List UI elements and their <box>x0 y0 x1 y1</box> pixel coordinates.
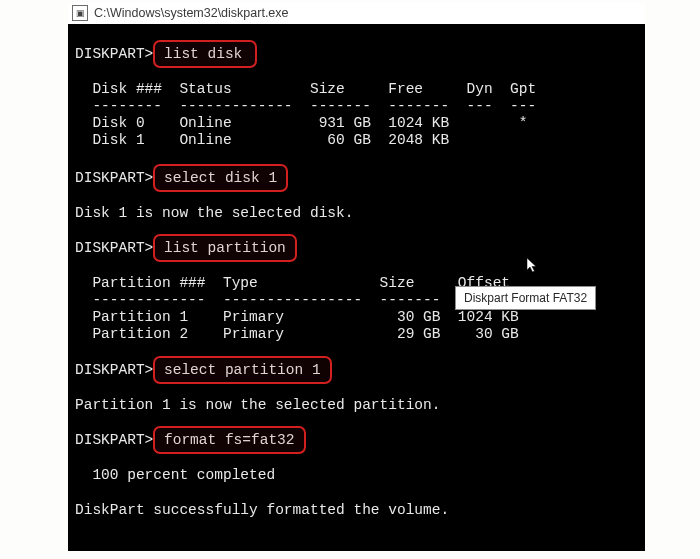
disk-header: Disk ### Status Size Free Dyn Gpt <box>75 81 536 98</box>
part-row-2: Partition 2 Primary 29 GB 30 GB <box>75 326 519 343</box>
success-message: DiskPart successfully formatted the volu… <box>75 502 449 519</box>
part-row-1: Partition 1 Primary 30 GB 1024 KB <box>75 309 519 326</box>
prompt: DISKPART> <box>75 240 153 257</box>
disk-divider: -------- ------------- ------- ------- -… <box>75 98 536 115</box>
progress-text: 100 percent completed <box>75 467 275 484</box>
image-tooltip: Diskpart Format FAT32 <box>455 286 596 310</box>
terminal-output[interactable]: DISKPART> list disk Disk ### Status Size… <box>68 24 645 551</box>
highlight-box <box>153 234 297 262</box>
window-titlebar: ▣ C:\Windows\system32\diskpart.exe <box>68 2 645 24</box>
highlight-box <box>153 40 257 68</box>
part-divider: ------------- ---------------- ------- -… <box>75 292 519 309</box>
app-icon: ▣ <box>72 5 88 21</box>
prompt: DISKPART> <box>75 432 153 449</box>
highlight-box <box>153 164 288 192</box>
disk-row-1: Disk 1 Online 60 GB 2048 KB <box>75 132 449 149</box>
msg-selected-disk: Disk 1 is now the selected disk. <box>75 205 353 222</box>
prompt: DISKPART> <box>75 362 153 379</box>
highlight-box <box>153 356 332 384</box>
mouse-cursor-icon <box>527 258 539 274</box>
window-title: C:\Windows\system32\diskpart.exe <box>94 6 289 20</box>
prompt: DISKPART> <box>75 46 153 63</box>
prompt: DISKPART> <box>75 170 153 187</box>
console-window: ▣ C:\Windows\system32\diskpart.exe DISKP… <box>68 2 645 551</box>
part-header: Partition ### Type Size Offset <box>75 275 510 292</box>
msg-selected-partition: Partition 1 is now the selected partitio… <box>75 397 440 414</box>
disk-row-0: Disk 0 Online 931 GB 1024 KB * <box>75 115 527 132</box>
highlight-box <box>153 426 306 454</box>
